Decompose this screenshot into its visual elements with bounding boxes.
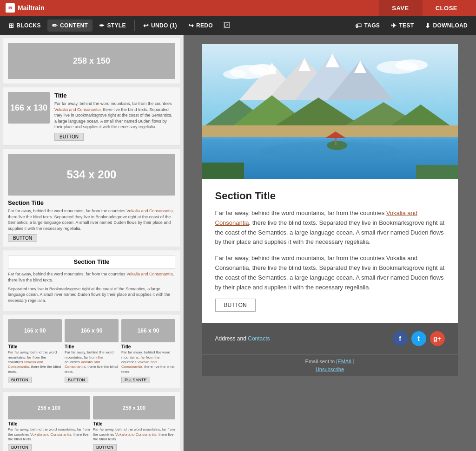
test-icon: ✈ <box>391 22 397 29</box>
left-panel: 258 x 150 166 x 130 Title Far far away, … <box>0 35 184 451</box>
block5-img2: 166 x 90 <box>65 319 119 342</box>
email-preview: Section Title Far far away, behind the w… <box>202 44 458 376</box>
undo-button[interactable]: ↩ UNDO (1) <box>139 20 182 32</box>
email-hero-image <box>202 44 458 179</box>
block4-title: Section Title <box>8 255 175 268</box>
main-layout: 258 x 150 166 x 130 Title Far far away, … <box>0 35 476 451</box>
block-image-text[interactable]: 166 x 130 Title Far far away, behind the… <box>3 87 180 146</box>
block6-desc1: Far far away, behind the word mountains,… <box>8 427 90 442</box>
block3-title: Section Title <box>8 199 175 206</box>
email-para1: Far far away, behind the word mountains,… <box>215 209 445 247</box>
app-name: Mailtrain <box>18 4 45 12</box>
svg-rect-22 <box>202 163 244 179</box>
undo-icon: ↩ <box>143 22 149 29</box>
block5-col2: 166 x 90 Title Far far away, behind the … <box>65 319 119 383</box>
social-links: f t g+ <box>393 331 445 346</box>
pencil-icon: ✏ <box>52 22 58 29</box>
block5-col3: 166 x 90 Title Far far away, behind the … <box>121 319 175 383</box>
block6-col2: 258 x 100 Title Far far away, behind the… <box>93 396 175 451</box>
block5-col1: 166 x 90 Title Far far away, behind the … <box>8 319 62 383</box>
block2-text: Title Far far away, behind the word moun… <box>54 92 175 141</box>
test-button[interactable]: ✈ TEST <box>386 20 418 32</box>
block3-desc: Far far away, behind the word mountains,… <box>8 208 175 231</box>
unsubscribe-link[interactable]: Unsubscribe <box>316 366 344 372</box>
redo-button[interactable]: ↪ REDO <box>184 20 218 32</box>
download-icon: ⬇ <box>425 22 430 29</box>
style-icon: ✒ <box>99 22 105 29</box>
email-section-title: Section Title <box>215 190 445 202</box>
email-body: Section Title Far far away, behind the w… <box>202 179 458 323</box>
block5-btn1[interactable]: BUTTON <box>8 377 32 383</box>
toolbar: ⊞ BLOCKS ✏ CONTENT ✒ STYLE ↩ UNDO (1) ↪ … <box>0 16 476 35</box>
style-button[interactable]: ✒ STYLE <box>94 20 130 32</box>
top-bar: ✉ Mailtrain SAVE CLOSE <box>0 0 476 16</box>
block-single-image[interactable]: 258 x 150 <box>3 38 180 84</box>
block3-button[interactable]: BUTTON <box>8 234 37 242</box>
email-cta-button[interactable]: BUTTON <box>215 299 256 312</box>
top-actions: SAVE CLOSE <box>379 0 470 16</box>
block6-title2: Title <box>93 421 175 426</box>
right-panel: Section Title Far far away, behind the w… <box>184 35 476 451</box>
blocks-icon: ⊞ <box>8 22 14 29</box>
close-button[interactable]: CLOSE <box>422 0 470 16</box>
block5-img3: 166 x 90 <box>121 319 175 342</box>
block-text-only[interactable]: Section Title Far far away, behind the w… <box>3 250 180 311</box>
block5-title1: Title <box>8 344 62 349</box>
email-para2: Far far away, behind the word mountains,… <box>215 254 445 292</box>
block5-title3: Title <box>121 344 175 349</box>
block5-title2: Title <box>65 344 119 349</box>
block5-desc1: Far far away, behind the word mountains,… <box>8 350 62 374</box>
block5-btn2[interactable]: BUTTON <box>65 377 88 383</box>
svg-point-28 <box>395 59 428 71</box>
block2-desc: Far far away, behind the word mountains,… <box>54 101 175 130</box>
image-button[interactable]: 🖼 <box>219 19 234 32</box>
twitter-button[interactable]: t <box>411 331 426 346</box>
email-footer: Address and Contacts f t g+ <box>202 323 458 354</box>
block1-img: 258 x 150 <box>8 43 175 79</box>
facebook-button[interactable]: f <box>393 331 408 346</box>
svg-rect-23 <box>416 165 458 179</box>
blocks-button[interactable]: ⊞ BLOCKS <box>4 20 46 32</box>
block6-desc2: Far far away, behind the word mountains,… <box>93 427 175 442</box>
block6-img2: 258 x 100 <box>93 396 175 419</box>
block3-img: 534 x 200 <box>8 154 175 196</box>
block2-img: 166 x 130 <box>8 92 50 124</box>
block6-title1: Title <box>8 421 90 426</box>
save-button[interactable]: SAVE <box>379 0 422 16</box>
sep1 <box>134 20 135 31</box>
block2-title: Title <box>54 92 175 99</box>
content-button[interactable]: ✏ CONTENT <box>47 20 93 32</box>
block6-img1: 258 x 100 <box>8 396 90 419</box>
email-link[interactable]: [EMAIL] <box>336 359 354 364</box>
block5-desc2: Far far away, behind the word mountains,… <box>65 350 119 374</box>
block5-img1: 166 x 90 <box>8 319 62 342</box>
redo-icon: ↪ <box>188 22 194 29</box>
block6-btn1[interactable]: BUTTON <box>8 444 32 451</box>
app-logo: ✉ Mailtrain <box>6 3 379 13</box>
logo-icon: ✉ <box>6 3 15 13</box>
download-button[interactable]: ⬇ DOWNLOAD <box>420 20 472 32</box>
tags-icon: 🏷 <box>355 22 362 29</box>
block4-desc2: Separated they live in Bookmarksgrove ri… <box>8 286 175 304</box>
block6-col1: 258 x 100 Title Far far away, behind the… <box>8 396 90 451</box>
block-two-col[interactable]: 258 x 100 Title Far far away, behind the… <box>3 391 180 451</box>
tags-button[interactable]: 🏷 TAGS <box>350 20 384 32</box>
contacts-link[interactable]: Contacts <box>248 335 270 342</box>
block5-desc3: Far far away, behind the word mountains,… <box>121 350 175 374</box>
block6-btn2[interactable]: BUTTON <box>93 444 117 451</box>
svg-point-19 <box>327 141 347 150</box>
block2-button[interactable]: BUTTON <box>54 133 84 141</box>
footer-address: Address and Contacts <box>215 335 270 342</box>
svg-rect-20 <box>335 137 337 145</box>
block-large-image-text[interactable]: 534 x 200 Section Title Far far away, be… <box>3 149 180 247</box>
googleplus-button[interactable]: g+ <box>430 331 445 346</box>
block5-btn3[interactable]: PULSANTE <box>121 377 150 383</box>
block-three-col[interactable]: 166 x 90 Title Far far away, behind the … <box>3 314 180 388</box>
sent-to-text: Email sent to [EMAIL] <box>206 359 454 364</box>
block4-desc1: Far far away, behind the word mountains,… <box>8 271 175 283</box>
svg-point-25 <box>249 64 277 75</box>
email-unsubscribe-section: Email sent to [EMAIL] Unsubscribe <box>202 354 458 376</box>
svg-point-26 <box>223 70 246 79</box>
